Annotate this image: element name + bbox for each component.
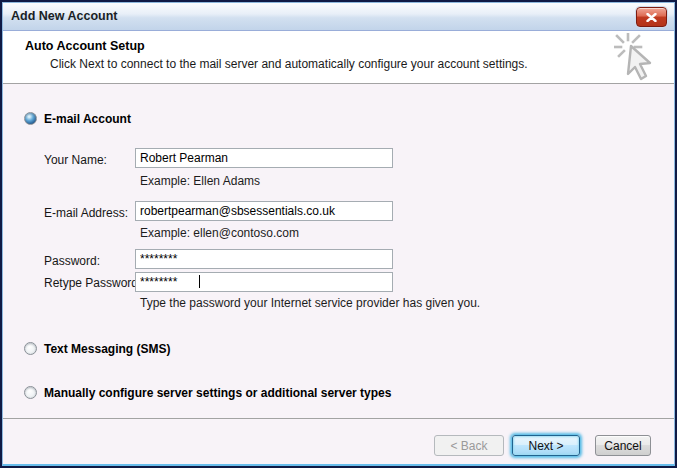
password-input[interactable] [135,249,393,269]
dialog-frame: Add New Account Auto Account Setup Click… [2,2,675,466]
text-caret [199,275,200,288]
cancel-button[interactable]: Cancel [595,435,651,456]
form-area: E-mail Account Your Name: Example: Ellen… [3,85,674,418]
title-bar[interactable]: Add New Account [3,3,674,31]
footer-divider [3,418,674,419]
password-hint: Type the password your Internet service … [140,296,480,310]
dialog-window: Add New Account Auto Account Setup Click… [0,0,677,468]
radio-manual-configure[interactable] [24,386,37,399]
your-name-label: Your Name: [44,153,107,167]
sparkle-cursor-icon [614,33,664,83]
email-address-label: E-mail Address: [44,206,128,220]
window-title: Add New Account [11,3,117,30]
your-name-input[interactable] [135,148,393,168]
your-name-example: Example: Ellen Adams [140,174,260,188]
page-title: Auto Account Setup [25,39,145,53]
email-address-input[interactable] [135,201,393,221]
retype-password-label: Retype Password: [44,276,141,290]
back-button[interactable]: < Back [434,435,504,456]
password-label: Password: [44,254,100,268]
wizard-header: Auto Account Setup Click Next to connect… [3,31,674,84]
radio-text-messaging-label[interactable]: Text Messaging (SMS) [44,342,170,356]
radio-manual-configure-label[interactable]: Manually configure server settings or ad… [44,386,391,400]
next-button[interactable]: Next > [512,435,580,456]
close-icon [646,13,657,22]
radio-text-messaging[interactable] [24,342,37,355]
radio-email-account[interactable] [24,112,37,125]
retype-password-input[interactable] [135,272,393,292]
page-subtitle: Click Next to connect to the mail server… [50,57,528,71]
radio-email-account-label[interactable]: E-mail Account [44,112,131,126]
close-button[interactable] [636,7,667,27]
email-address-example: Example: ellen@contoso.com [140,226,299,240]
